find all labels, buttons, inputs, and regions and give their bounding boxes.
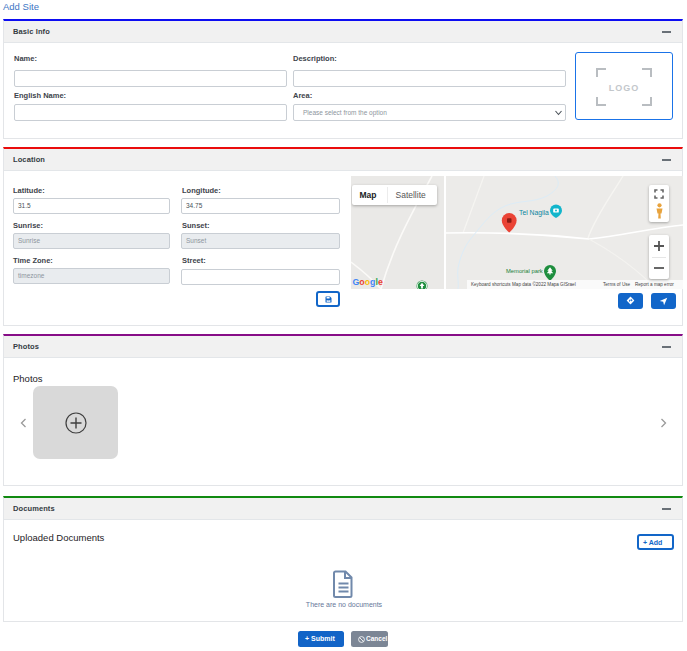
svg-text:Memorial park: Memorial park	[506, 268, 543, 274]
svg-text:Tel Nagila: Tel Nagila	[519, 209, 549, 217]
svg-text:Keyboard shortcuts: Keyboard shortcuts	[471, 282, 511, 287]
svg-text:Report a map error: Report a map error	[635, 282, 674, 287]
svg-text:Terms of Use: Terms of Use	[603, 282, 631, 287]
svg-text:Map data ©2022 Mapa GISrael: Map data ©2022 Mapa GISrael	[512, 281, 576, 287]
svg-text:LOGO: LOGO	[609, 83, 640, 93]
svg-text:Google: Google	[353, 277, 383, 287]
